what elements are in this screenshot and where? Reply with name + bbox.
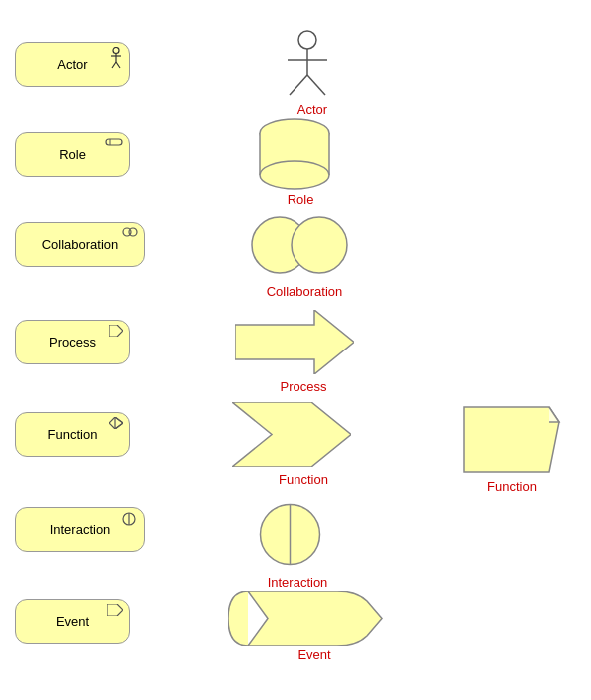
collaboration-icon	[122, 227, 138, 239]
role-label: Role	[59, 147, 86, 162]
process-shape	[235, 310, 354, 374]
event-box[interactable]: Event	[15, 599, 130, 644]
collaboration-center-label: Collaboration	[255, 284, 354, 299]
interaction-center-label: Interaction	[253, 575, 342, 590]
actor-shape	[278, 30, 337, 102]
process-icon	[109, 325, 123, 339]
actor-icon	[109, 47, 123, 71]
interaction-label: Interaction	[50, 522, 111, 537]
svg-rect-10	[106, 139, 122, 145]
svg-line-9	[307, 75, 325, 95]
collaboration-shape	[245, 205, 354, 285]
function-center-label: Function	[264, 472, 343, 487]
svg-marker-25	[232, 402, 351, 467]
interaction-icon	[120, 512, 138, 528]
svg-point-20	[292, 217, 347, 273]
event-shape	[228, 591, 387, 646]
svg-point-18	[129, 228, 137, 236]
svg-marker-24	[115, 417, 123, 429]
function-box[interactable]: Function	[15, 412, 130, 457]
function-icon	[109, 417, 123, 431]
svg-marker-26	[464, 407, 559, 472]
function-right-label: Function	[462, 479, 562, 494]
process-center-label: Process	[264, 379, 343, 394]
actor-box[interactable]: Actor	[15, 42, 130, 87]
role-box[interactable]: Role	[15, 132, 130, 177]
process-box[interactable]: Process	[15, 320, 130, 364]
function-right-shape	[454, 402, 564, 477]
svg-point-0	[113, 48, 119, 54]
event-icon	[107, 604, 123, 618]
interaction-box[interactable]: Interaction	[15, 507, 145, 552]
interaction-shape	[253, 497, 327, 572]
svg-marker-23	[109, 417, 123, 429]
function-label: Function	[48, 427, 98, 442]
event-label: Event	[56, 614, 89, 629]
svg-marker-22	[235, 310, 354, 374]
event-center-label: Event	[275, 647, 354, 662]
svg-line-4	[116, 62, 120, 68]
process-label: Process	[49, 335, 96, 350]
diagram-container: Actor Actor Role	[0, 0, 591, 700]
function-shape	[232, 402, 351, 467]
svg-marker-21	[109, 325, 123, 337]
svg-line-3	[112, 62, 116, 68]
svg-line-8	[290, 75, 307, 95]
role-shape	[245, 115, 344, 190]
collaboration-box[interactable]: Collaboration	[15, 222, 145, 267]
svg-point-16	[260, 161, 329, 189]
role-icon	[105, 137, 123, 149]
actor-label: Actor	[57, 57, 87, 72]
collaboration-label: Collaboration	[42, 237, 119, 252]
svg-point-5	[298, 31, 316, 49]
